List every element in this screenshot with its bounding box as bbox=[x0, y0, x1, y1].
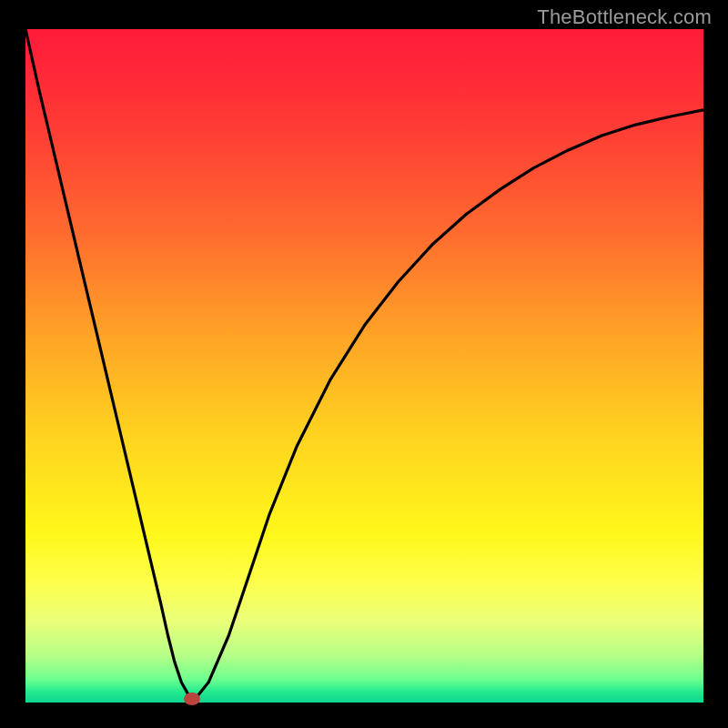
chart-frame bbox=[25, 29, 703, 703]
optimal-marker-dot bbox=[184, 693, 200, 705]
watermark-text: TheBottleneck.com bbox=[537, 5, 712, 29]
bottleneck-curve bbox=[25, 29, 703, 703]
